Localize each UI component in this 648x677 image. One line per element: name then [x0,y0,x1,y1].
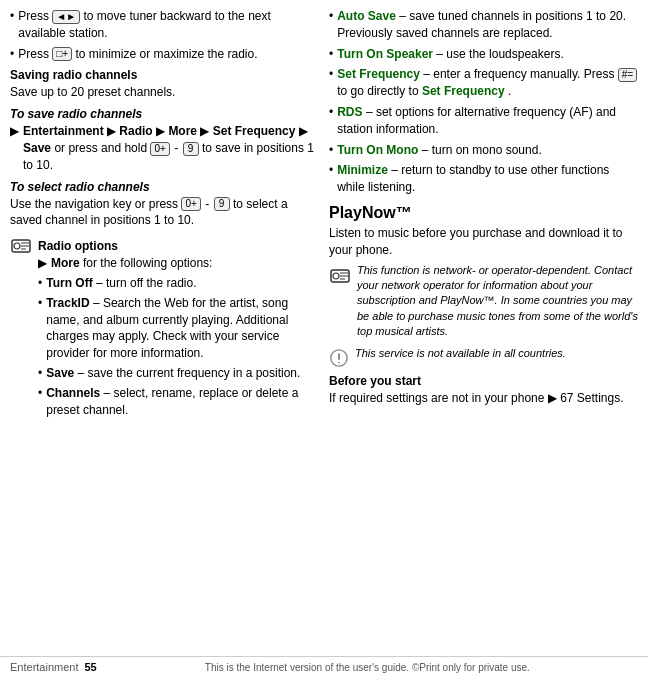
page-container: • Press ◄► to move tuner backward to the… [0,0,648,677]
save-path-more: More [168,124,197,138]
arrow-sym: ▶ [10,123,19,173]
footer-page-num: 55 [84,661,96,673]
footer-note: This is the Internet version of the user… [97,662,638,673]
to-select-title: To select radio channels [10,180,319,194]
bullet-sym-2: • [10,46,14,63]
footer-label: Entertainment [10,661,78,673]
setfreq-label: Set Frequency [337,67,420,81]
opt-turnoff-label: Turn Off [46,276,92,290]
bullet-press-backward: • Press ◄► to move tuner backward to the… [10,8,319,42]
setfreq-link: Set Frequency [422,84,505,98]
content-area: • Press ◄► to move tuner backward to the… [0,0,648,656]
info-icon [329,265,351,287]
options-more-arrow: ▶ More for the following options: [38,255,319,272]
autosave-label: Auto Save [337,9,396,23]
warning-text: This service is not available in all cou… [355,346,638,361]
opt-channels-label: Channels [46,386,100,400]
right-bullet-setfreq: • Set Frequency – enter a frequency manu… [329,66,638,100]
key-0plus-2: 0+ [181,197,200,211]
opt-turnoff: • Turn Off – turn off the radio. [38,275,319,292]
opt-save: • Save – save the current frequency in a… [38,365,319,382]
key-minimize: □+ [52,47,72,61]
playnow-text: Listen to music before you purchase and … [329,225,638,259]
info-box: This function is network- or operator-de… [329,263,638,340]
right-bullet-rds: • RDS – set options for alternative freq… [329,104,638,138]
key-0plus: 0+ [150,142,169,156]
options-more-label: More [51,256,80,270]
opt-trackid: • TrackID – Search the Web for the artis… [38,295,319,362]
right-bullet-mono: • Turn On Mono – turn on mono sound. [329,142,638,159]
save-path-setfreq: Set Frequency [213,124,296,138]
playnow-title: PlayNow™ [329,204,638,222]
left-column: • Press ◄► to move tuner backward to the… [10,8,319,652]
right-bullet-minimize: • Minimize – return to standby to use ot… [329,162,638,196]
save-path-radio: Radio [119,124,152,138]
opt-channels: • Channels – select, rename, replace or … [38,385,319,419]
right-bullet-speaker: • Turn On Speaker – use the loudspeakers… [329,46,638,63]
opt-trackid-label: TrackID [46,296,89,310]
save-path-ent: Entertainment [23,124,104,138]
info-text: This function is network- or operator-de… [357,263,638,340]
right-column: • Auto Save – save tuned channels in pos… [329,8,638,652]
bullet-sym-1: • [10,8,14,42]
svg-point-1 [14,243,20,249]
select-text: Use the navigation key or press 0+ - 9 t… [10,196,319,230]
svg-point-12 [338,361,340,363]
key-tuner: ◄► [52,10,80,24]
bullet-press-minimize: • Press □+ to minimize or maximize the r… [10,46,319,63]
right-bullet-autosave: • Auto Save – save tuned channels in pos… [329,8,638,42]
saving-radio-title: Saving radio channels [10,68,319,82]
radio-icon [10,235,32,257]
rds-label: RDS [337,105,362,119]
key-9: 9 [183,142,199,156]
bullet-text-2: Press □+ to minimize or maximize the rad… [18,46,257,63]
save-path-text: Entertainment ▶ Radio ▶ More ▶ Set Frequ… [23,123,319,173]
speaker-label: Turn On Speaker [337,47,433,61]
footer: Entertainment 55 This is the Internet ve… [0,656,648,677]
warning-icon [329,348,349,368]
to-save-title: To save radio channels [10,107,319,121]
saving-radio-text: Save up to 20 preset channels. [10,84,319,101]
footer-page-info: Entertainment 55 [10,661,97,673]
radio-options-title: Radio options [38,239,319,253]
before-start-title: Before you start [329,374,638,388]
bullet-text-1: Press ◄► to move tuner backward to the n… [18,8,319,42]
radio-options-row: Radio options ▶ More for the following o… [10,233,319,421]
save-path-save: Save [23,141,51,155]
key-9-2: 9 [214,197,230,211]
key-hash: #= [618,68,637,82]
minimize-label: Minimize [337,163,388,177]
warning-box: This service is not available in all cou… [329,346,638,368]
mono-label: Turn On Mono [337,143,418,157]
opt-save-label: Save [46,366,74,380]
save-path: ▶ Entertainment ▶ Radio ▶ More ▶ Set Fre… [10,123,319,173]
svg-point-6 [333,273,339,279]
options-content: Radio options ▶ More for the following o… [38,233,319,421]
before-start-text: If required settings are not in your pho… [329,390,638,407]
